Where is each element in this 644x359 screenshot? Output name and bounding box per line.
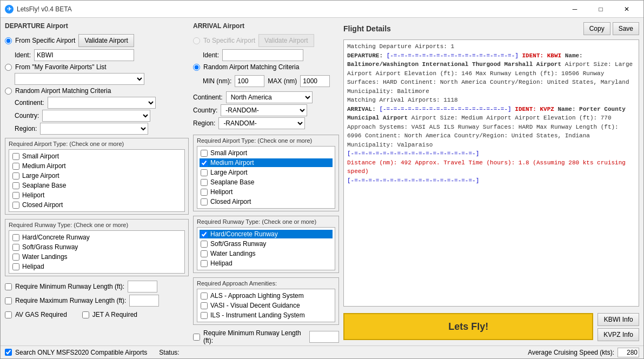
dep-closed-item: Closed Airport xyxy=(11,201,182,209)
dep-medium-airport-label: Medium Airport xyxy=(22,162,66,170)
kvpz-info-button[interactable]: KVPZ Info xyxy=(597,328,639,341)
departure-continent-select[interactable] xyxy=(48,97,156,109)
arr-large-airport-checkbox[interactable] xyxy=(201,169,208,176)
dep-medium-airport-item: Medium Airport xyxy=(11,162,182,170)
from-favorites-radio[interactable] xyxy=(5,64,12,71)
from-specific-label: From Specific Airport xyxy=(15,37,75,44)
arr-small-airport-checkbox[interactable] xyxy=(201,150,208,157)
dep-seaplane-checkbox[interactable] xyxy=(12,182,19,189)
dep-seaplane-item: Seaplane Base xyxy=(11,181,182,190)
arr-medium-airport-checkbox[interactable] xyxy=(201,159,208,167)
arr-ils-checkbox[interactable] xyxy=(201,312,208,319)
arrival-country-row: Country: -RANDOM- xyxy=(193,104,339,116)
departure-validate-btn[interactable]: Validate Airport xyxy=(78,34,134,47)
arrival-random-radio-item: Random Airport Matching Criteria xyxy=(193,63,339,71)
lets-fly-button[interactable]: Lets Fly! xyxy=(343,313,593,340)
copy-button[interactable]: Copy xyxy=(583,22,610,35)
departure-ident-input[interactable]: KBWI xyxy=(34,49,134,61)
arr-closed-label: Closed Airport xyxy=(210,198,251,205)
maximize-button[interactable]: □ xyxy=(588,1,613,17)
dep-small-airport-label: Small Airport xyxy=(22,152,59,160)
arr-small-airport-item: Small Airport xyxy=(200,149,333,157)
arr-helipad-checkbox[interactable] xyxy=(201,260,208,267)
arrival-approach-group: Required Approach Amenities: ALS - Appro… xyxy=(193,277,339,325)
arr-min-runway-checkbox[interactable] xyxy=(193,334,200,341)
from-specific-radio[interactable] xyxy=(5,37,12,44)
dep-closed-checkbox[interactable] xyxy=(12,202,19,209)
dep-hard-runway-checkbox[interactable] xyxy=(12,234,19,241)
arrival-random-radio[interactable] xyxy=(193,64,200,71)
arr-heliport-item: Heliport xyxy=(200,188,333,196)
arr-hard-runway-checkbox[interactable] xyxy=(201,231,208,238)
dep-jeta-checkbox[interactable] xyxy=(82,311,89,318)
departure-ident-label: Ident: xyxy=(15,51,31,59)
arrival-max-nm-input[interactable]: 1000 xyxy=(300,75,330,87)
arr-hard-runway-item: Hard/Concrete Runway xyxy=(200,230,333,238)
dep-small-airport-checkbox[interactable] xyxy=(12,153,19,160)
arrival-ident-input[interactable] xyxy=(222,49,303,61)
dep-large-airport-checkbox[interactable] xyxy=(12,172,19,179)
departure-airport-type-group: Required Airport Type: (Check one or mor… xyxy=(5,138,189,215)
status-bar-left: Search ONLY MSFS2020 Compatible Airports… xyxy=(5,349,180,356)
dep-heliport-checkbox[interactable] xyxy=(12,192,19,199)
arrival-ident-label: Ident: xyxy=(203,51,219,59)
titlebar-left: ✈ LetsFly! v0.4 BETA xyxy=(5,5,72,14)
dep-max-runway-checkbox[interactable] xyxy=(5,297,12,304)
arr-min-runway-label: Require Minimum Runway Length (ft): xyxy=(203,329,306,344)
minimize-button[interactable]: ─ xyxy=(562,1,587,17)
speed-input[interactable]: 280 xyxy=(618,348,639,357)
arrival-min-nm-label: MIN (nm): xyxy=(203,77,231,85)
departure-continent-label: Continent: xyxy=(15,99,44,107)
arrival-min-nm-input[interactable]: 100 xyxy=(235,75,264,87)
dep-min-runway-input[interactable] xyxy=(128,281,157,292)
departure-random-radio[interactable] xyxy=(5,88,12,95)
close-button[interactable]: ✕ xyxy=(614,1,639,17)
main-window: ✈ LetsFly! v0.4 BETA ─ □ ✕ DEPARTURE Air… xyxy=(0,0,644,359)
from-specific-radio-item: From Specific Airport Validate Airport xyxy=(5,34,189,47)
arrival-airport-type-list: Small Airport Medium Airport Large Airpo… xyxy=(197,146,335,209)
arr-min-runway-input[interactable] xyxy=(309,331,339,343)
save-button[interactable]: Save xyxy=(613,22,639,35)
dep-helipad-checkbox[interactable] xyxy=(12,263,19,270)
arr-closed-checkbox[interactable] xyxy=(201,198,208,205)
dep-min-runway-checkbox[interactable] xyxy=(5,283,12,290)
dep-min-runway-label: Require Minimum Runway Length (ft): xyxy=(15,283,124,290)
arr-als-checkbox[interactable] xyxy=(201,292,208,300)
departure-random-label: Random Airport Matching Criteria xyxy=(15,87,111,95)
dep-avgas-checkbox[interactable] xyxy=(5,311,12,318)
status-bar: Search ONLY MSFS2020 Compatible Airports… xyxy=(1,345,643,358)
arrival-validate-btn: Validate Airport xyxy=(258,34,314,47)
arr-vasi-item: VASI - Visual Decent Guidance xyxy=(200,301,333,310)
arrival-region-select[interactable]: -RANDOM- xyxy=(218,117,305,129)
arrival-continent-row: Continent: North America xyxy=(193,91,339,103)
departure-country-select[interactable] xyxy=(42,110,150,122)
arr-water-runway-checkbox[interactable] xyxy=(201,250,208,257)
dep-water-runway-checkbox[interactable] xyxy=(12,254,19,261)
speed-label: Average Cruising Speed (kts): xyxy=(528,349,614,356)
departure-region-select[interactable] xyxy=(40,123,148,135)
dep-medium-airport-checkbox[interactable] xyxy=(12,163,19,170)
arr-helipad-item: Helipad xyxy=(200,259,333,268)
arrival-runway-type-group: Required Runway Type: (Check one or more… xyxy=(193,216,339,273)
dep-max-runway-input[interactable] xyxy=(129,295,159,307)
kbwi-info-button[interactable]: KBWI Info xyxy=(597,313,639,326)
arrival-country-select[interactable]: -RANDOM- xyxy=(221,104,307,116)
arr-vasi-checkbox[interactable] xyxy=(201,302,208,309)
arr-soft-runway-checkbox[interactable] xyxy=(201,241,208,248)
msfs-compat-checkbox[interactable] xyxy=(5,349,12,356)
arr-heliport-checkbox[interactable] xyxy=(201,189,208,196)
dep-fuel-row: AV GAS Required JET A Required xyxy=(5,311,189,318)
speed-row: Average Cruising Speed (kts): 280 xyxy=(528,348,639,357)
arrival-continent-select[interactable]: North America xyxy=(226,91,313,103)
departure-region-label: Region: xyxy=(15,125,37,132)
arr-small-airport-label: Small Airport xyxy=(210,149,247,157)
dep-soft-runway-label: Soft/Grass Runway xyxy=(22,243,78,251)
arr-water-runway-label: Water Landings xyxy=(210,250,256,257)
arrival-random-label: Random Airport Matching Criteria xyxy=(203,63,299,71)
dep-soft-runway-checkbox[interactable] xyxy=(12,244,19,251)
dep-water-runway-label: Water Landings xyxy=(22,253,68,261)
favorites-select[interactable] xyxy=(15,73,144,85)
arr-seaplane-checkbox[interactable] xyxy=(201,179,208,186)
to-specific-radio[interactable] xyxy=(193,37,200,44)
flight-details-buttons: Copy Save xyxy=(583,22,639,35)
